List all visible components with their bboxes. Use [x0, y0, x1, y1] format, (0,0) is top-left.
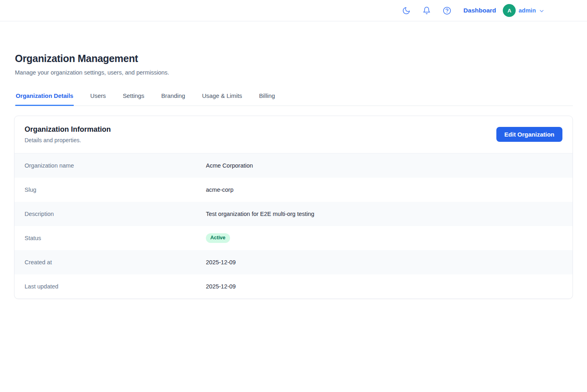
- tab-organization-details[interactable]: Organization Details: [15, 93, 74, 106]
- info-rows: Organization nameAcme CorporationSlugacm…: [15, 153, 572, 299]
- row-value: Active: [206, 233, 562, 243]
- chevron-down-icon: [539, 8, 545, 14]
- user-name: admin: [519, 7, 536, 14]
- tabs: Organization DetailsUsersSettingsBrandin…: [14, 93, 573, 106]
- row-value: acme-corp: [206, 187, 562, 193]
- tab-usage-limits[interactable]: Usage & Limits: [201, 93, 243, 106]
- tab-users[interactable]: Users: [90, 93, 106, 106]
- bell-icon: [423, 6, 431, 15]
- row-label: Last updated: [25, 283, 206, 290]
- avatar: A: [503, 4, 516, 17]
- row-value: Acme Corporation: [206, 162, 562, 169]
- dashboard-link[interactable]: Dashboard: [463, 7, 496, 14]
- table-row: Last updated2025-12-09: [15, 274, 572, 299]
- row-label: Status: [25, 235, 206, 241]
- organization-info-card: Organization Information Details and pro…: [14, 116, 573, 299]
- dark-mode-toggle[interactable]: [402, 6, 411, 15]
- status-badge: Active: [206, 233, 230, 243]
- card-subtitle: Details and properties.: [25, 137, 111, 143]
- page-title: Organization Management: [15, 53, 573, 64]
- row-label: Organization name: [25, 162, 206, 169]
- row-value: 2025-12-09: [206, 259, 562, 265]
- help-icon: [443, 6, 451, 15]
- main-content: Organization Management Manage your orga…: [0, 53, 587, 299]
- card-header-text: Organization Information Details and pro…: [25, 125, 111, 143]
- row-value: Test organization for E2E multi-org test…: [206, 211, 562, 217]
- tab-settings[interactable]: Settings: [122, 93, 145, 106]
- row-label: Description: [25, 211, 206, 217]
- row-value: 2025-12-09: [206, 283, 562, 290]
- row-label: Slug: [25, 187, 206, 193]
- table-row: DescriptionTest organization for E2E mul…: [15, 202, 572, 226]
- topbar-actions: Dashboard A admin: [402, 4, 545, 17]
- card-title: Organization Information: [25, 125, 111, 134]
- tab-branding[interactable]: Branding: [161, 93, 185, 106]
- help-button[interactable]: [443, 6, 451, 15]
- tab-billing[interactable]: Billing: [259, 93, 275, 106]
- card-header: Organization Information Details and pro…: [15, 116, 572, 153]
- table-row: StatusActive: [15, 226, 572, 250]
- user-menu[interactable]: A admin: [503, 4, 545, 17]
- page-subtitle: Manage your organization settings, users…: [15, 69, 573, 76]
- row-label: Created at: [25, 259, 206, 265]
- table-row: Slugacme-corp: [15, 178, 572, 202]
- edit-organization-button[interactable]: Edit Organization: [496, 127, 562, 142]
- table-row: Created at2025-12-09: [15, 250, 572, 274]
- topbar: Dashboard A admin: [0, 0, 587, 21]
- moon-icon: [402, 6, 411, 15]
- table-row: Organization nameAcme Corporation: [15, 153, 572, 178]
- notifications-button[interactable]: [423, 6, 431, 15]
